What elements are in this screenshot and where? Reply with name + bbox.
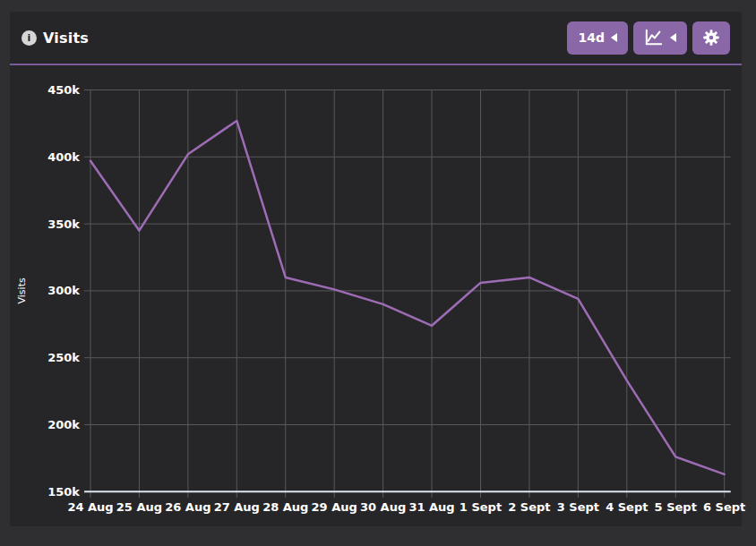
x-tick-label: 30 Aug xyxy=(360,500,406,514)
left-triangle-icon xyxy=(670,33,676,42)
left-triangle-icon xyxy=(611,33,617,42)
x-tick-label: 1 Sept xyxy=(460,500,502,514)
info-icon[interactable]: i xyxy=(21,30,37,46)
x-tick-label: 6 Sept xyxy=(703,500,745,514)
line-chart-icon xyxy=(644,29,664,47)
panel-header: i Visits 14d xyxy=(10,12,742,64)
x-tick-label: 25 Aug xyxy=(116,500,162,514)
x-tick-label: 27 Aug xyxy=(214,500,260,514)
x-tick-label: 24 Aug xyxy=(67,500,113,514)
range-button-label: 14d xyxy=(578,30,605,45)
visits-panel: i Visits 14d xyxy=(10,12,742,526)
y-axis-title: Visits xyxy=(16,277,28,303)
x-tick-label: 26 Aug xyxy=(165,500,210,514)
visits-series-line xyxy=(90,121,725,474)
x-tick-label: 2 Sept xyxy=(508,500,550,514)
range-button[interactable]: 14d xyxy=(567,21,628,55)
y-tick-label: 300k xyxy=(47,284,80,297)
y-tick-label: 350k xyxy=(47,218,80,231)
y-tick-label: 250k xyxy=(47,351,80,364)
settings-button[interactable] xyxy=(692,21,730,55)
x-tick-label: 31 Aug xyxy=(408,500,454,514)
visits-chart: 150k200k250k300k350k400k450k24 Aug25 Aug… xyxy=(10,65,742,526)
x-tick-label: 4 Sept xyxy=(606,500,648,514)
x-tick-label: 29 Aug xyxy=(312,500,357,514)
y-tick-label: 150k xyxy=(47,485,80,499)
y-tick-label: 400k xyxy=(47,150,80,164)
y-tick-label: 200k xyxy=(47,418,80,431)
chart-type-button[interactable] xyxy=(633,21,687,55)
x-tick-label: 5 Sept xyxy=(655,500,697,514)
x-tick-label: 3 Sept xyxy=(557,500,599,514)
gear-icon xyxy=(702,29,720,47)
visits-line-chart: 150k200k250k300k350k400k450k24 Aug25 Aug… xyxy=(10,65,742,526)
toolbar: 14d xyxy=(567,21,730,55)
y-tick-label: 450k xyxy=(47,83,80,97)
x-tick-label: 28 Aug xyxy=(262,500,308,514)
panel-title: Visits xyxy=(43,30,89,47)
